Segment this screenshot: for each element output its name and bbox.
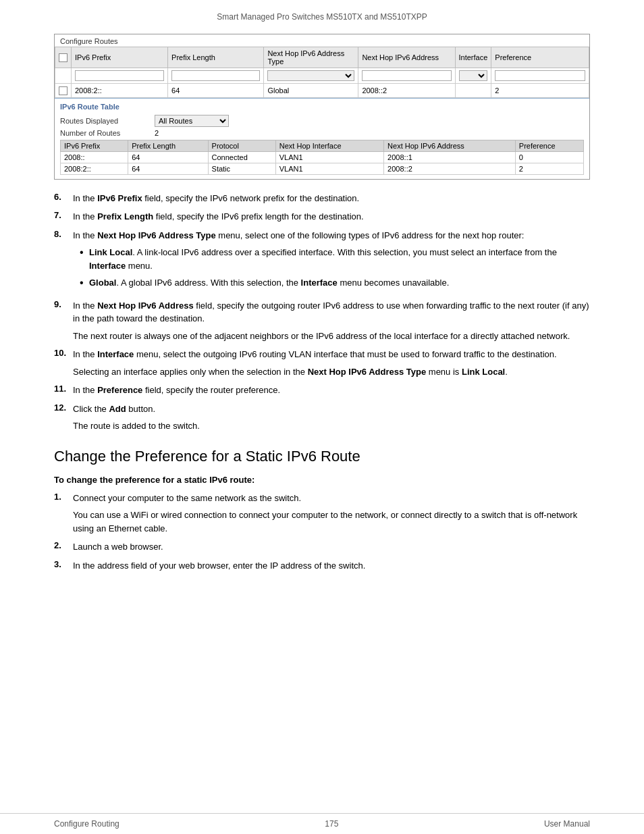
step-9: 9. In the Next Hop IPv6 Address field, s… (54, 299, 590, 343)
step-11: 11. In the Preference field, specify the… (54, 384, 590, 397)
inner-table-cell-prefix_length: 64 (128, 151, 208, 163)
step-7-bold: Prefix Length (97, 211, 153, 221)
header-title: Smart Managed Pro Switches MS510TX and M… (217, 12, 427, 22)
col-header-next-hop-address: Next Hop IPv6 Address (358, 47, 455, 68)
footer-left: Configure Routing (54, 819, 119, 829)
inner-table-cell-protocol: Connected (208, 151, 275, 163)
step-6: 6. In the IPv6 Prefix field, specify the… (54, 192, 590, 205)
sub-step-2-number: 2. (54, 540, 73, 550)
number-of-routes-label: Number of Routes (60, 129, 155, 137)
inner-table-cell-protocol: Static (208, 163, 275, 174)
inner-table-row: 2008::64ConnectedVLAN12008::10 (61, 151, 584, 163)
sub-step-1-extra: You can use a WiFi or wired connection t… (73, 509, 590, 535)
interface-select[interactable] (459, 70, 488, 81)
step-10-bold3: Link Local (462, 367, 505, 377)
subsection-heading: To change the preference for a static IP… (54, 475, 590, 485)
step-6-bold: IPv6 Prefix (97, 193, 142, 203)
ipv6-route-table-section: IPv6 Route Table Routes Displayed All Ro… (55, 98, 589, 179)
sub-step-1: 1. Connect your computer to the same net… (54, 492, 590, 536)
step-8-number: 8. (54, 229, 73, 239)
input-prefix-length-cell (168, 68, 264, 84)
inner-col-prefix-length: Prefix Length (128, 140, 208, 151)
input-next-hop-type-cell: Global Link Local (264, 68, 358, 84)
col-header-preference: Preference (491, 47, 589, 68)
step-12: 12. Click the Add button. The route is a… (54, 402, 590, 433)
step-8: 8. In the Next Hop IPv6 Address Type men… (54, 229, 590, 294)
step-11-content: In the Preference field, specify the rou… (73, 384, 590, 397)
sub-step-3: 3. In the address field of your web brow… (54, 559, 590, 573)
step-6-number: 6. (54, 192, 73, 202)
footer-right: User Manual (544, 819, 590, 829)
steps-list: 6. In the IPv6 Prefix field, specify the… (54, 192, 590, 433)
step-7-content: In the Prefix Length field, specify the … (73, 210, 590, 224)
step-9-bold: Next Hop IPv6 Address (97, 301, 194, 311)
inner-table-cell-prefix_length: 64 (128, 163, 208, 174)
input-checkbox-cell (55, 68, 72, 84)
header-checkbox[interactable] (59, 53, 68, 62)
number-of-routes-row: Number of Routes 2 (60, 129, 584, 137)
step-10-bold2: Next Hop IPv6 Address Type (308, 367, 427, 377)
configure-routes-title: Configure Routes (55, 34, 589, 47)
step-7-number: 7. (54, 210, 73, 220)
link-local-bold: Link Local (89, 247, 132, 257)
step-8-bullet-1-text: Link Local. A link-local IPv6 address ov… (89, 246, 590, 272)
inner-table-cell-next_hop_ipv6_address: 2008::2 (384, 163, 516, 174)
inner-table-row: 2008:2::64StaticVLAN12008::22 (61, 163, 584, 174)
footer-center: 175 (325, 819, 338, 829)
configure-routes-table: IPv6 Prefix Prefix Length Next Hop IPv6 … (55, 47, 589, 98)
routes-displayed-select[interactable]: All Routes Best Routes Static Routes (155, 115, 229, 127)
routes-displayed-row: Routes Displayed All Routes Best Routes … (60, 115, 584, 127)
sub-step-3-content: In the address field of your web browser… (73, 559, 590, 573)
data-row-prefix-length: 64 (168, 84, 264, 98)
step-10-extra: Selecting an interface applies only when… (73, 365, 590, 379)
step-12-extra: The route is added to the switch. (73, 419, 590, 433)
step-7: 7. In the Prefix Length field, specify t… (54, 210, 590, 224)
col-header-prefix-length: Prefix Length (168, 47, 264, 68)
ipv6-route-inner-table: IPv6 Prefix Prefix Length Protocol Next … (60, 140, 584, 175)
sub-step-2-content: Launch a web browser. (73, 540, 590, 554)
step-10-number: 10. (54, 348, 73, 358)
input-interface-cell (455, 68, 491, 84)
step-8-bullet-2: • Global. A global IPv6 address. With th… (80, 276, 590, 290)
step-6-content: In the IPv6 Prefix field, specify the IP… (73, 192, 590, 205)
data-row-checkbox[interactable] (59, 86, 68, 95)
interface-bold-2: Interface (301, 278, 338, 288)
configure-routes-box: Configure Routes IPv6 Prefix Prefix Leng… (54, 34, 590, 180)
step-8-bold: Next Hop IPv6 Address Type (97, 230, 216, 240)
input-preference-cell (491, 68, 589, 84)
ipv6-prefix-input[interactable] (75, 70, 164, 81)
inner-col-protocol: Protocol (208, 140, 275, 151)
step-11-number: 11. (54, 384, 73, 394)
inner-col-ipv6-prefix: IPv6 Prefix (61, 140, 128, 151)
col-header-interface: Interface (455, 47, 491, 68)
interface-bold-1: Interface (89, 261, 126, 271)
page-footer: Configure Routing 175 User Manual (0, 813, 644, 834)
next-hop-type-select[interactable]: Global Link Local (267, 70, 354, 81)
next-hop-address-input[interactable] (362, 70, 451, 81)
step-9-content: In the Next Hop IPv6 Address field, spec… (73, 299, 590, 343)
step-11-bold: Preference (97, 385, 142, 395)
data-row-interface (455, 84, 491, 98)
prefix-length-input[interactable] (171, 70, 260, 81)
data-row-ipv6-prefix: 2008:2:: (72, 84, 168, 98)
step-9-number: 9. (54, 299, 73, 309)
inner-table-cell-next_hop_interface: VLAN1 (275, 151, 383, 163)
step-10-bold: Interface (97, 349, 134, 359)
col-header-next-hop-type: Next Hop IPv6 Address Type (264, 47, 358, 68)
preference-input[interactable] (495, 70, 585, 81)
sub-step-3-number: 3. (54, 559, 73, 569)
step-8-bullet-2-text: Global. A global IPv6 address. With this… (89, 276, 449, 290)
step-8-bullet-1: • Link Local. A link-local IPv6 address … (80, 246, 590, 272)
data-row-checkbox-cell (55, 84, 72, 98)
global-bold: Global (89, 278, 116, 288)
page-header: Smart Managed Pro Switches MS510TX and M… (0, 0, 644, 27)
step-10-content: In the Interface menu, select the outgoi… (73, 348, 590, 378)
step-12-bold: Add (109, 404, 126, 414)
inner-col-next-hop-interface: Next Hop Interface (275, 140, 383, 151)
data-row-preference: 2 (491, 84, 589, 98)
bullet-dot-2: • (80, 276, 89, 289)
step-9-extra: The next router is always one of the adj… (73, 330, 590, 343)
inner-table-cell-next_hop_ipv6_address: 2008::1 (384, 151, 516, 163)
sub-steps-list: 1. Connect your computer to the same net… (54, 492, 590, 573)
col-header-ipv6-prefix: IPv6 Prefix (72, 47, 168, 68)
